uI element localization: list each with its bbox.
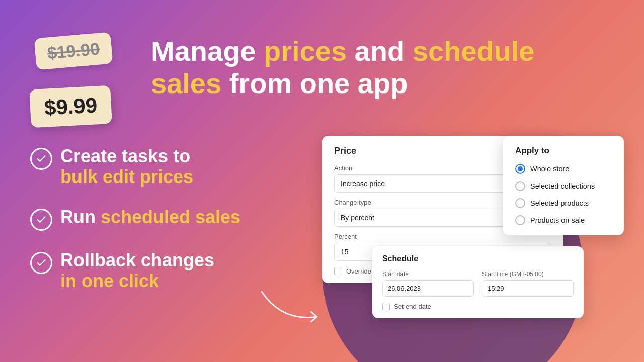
check-icon-3 <box>30 252 52 274</box>
radio-label-whole-store: Whole store <box>530 165 569 173</box>
schedule-card: Schedule Start date Start time (GMT-05:0… <box>372 246 584 318</box>
feature-item-3: Rollback changesin one click <box>30 250 240 292</box>
apply-to-card: Apply to Whole store Selected collection… <box>503 136 624 235</box>
schedule-card-title: Schedule <box>382 254 574 263</box>
start-date-field: Start date <box>382 270 474 297</box>
radio-selected-collections[interactable]: Selected collections <box>515 181 612 191</box>
feature-text-2: Run scheduled sales <box>60 207 240 227</box>
ui-cards-container: Price Action Change type Percent Overrid… <box>322 136 624 283</box>
schedule-date-time-row: Start date Start time (GMT-05:00) <box>382 270 574 297</box>
override-checkbox[interactable] <box>334 267 342 275</box>
headline-text: Manage prices and schedule sales from on… <box>151 35 594 100</box>
end-date-checkbox[interactable] <box>382 303 390 310</box>
check-icon-1 <box>30 148 52 170</box>
radio-circle-selected-collections <box>515 181 525 191</box>
radio-label-selected-collections: Selected collections <box>530 182 595 190</box>
headline-accent-prices: prices <box>264 35 347 67</box>
feature-item-2: Run scheduled sales <box>30 207 240 231</box>
start-date-input[interactable] <box>382 280 474 297</box>
radio-products-on-sale[interactable]: Products on sale <box>515 215 612 225</box>
radio-label-selected-products: Selected products <box>530 199 589 207</box>
radio-label-products-on-sale: Products on sale <box>530 216 585 224</box>
feature-item-1: Create tasks tobulk edit prices <box>30 146 240 188</box>
headline-accent-schedule: schedule <box>413 35 535 67</box>
radio-whole-store[interactable]: Whole store <box>515 164 612 174</box>
headline-accent-sales: sales <box>151 67 221 99</box>
old-price-tag: $19.90 <box>34 32 113 70</box>
apply-to-title: Apply to <box>515 146 612 156</box>
new-price-tag: $9.99 <box>29 85 112 128</box>
set-end-date-row: Set end date <box>382 303 574 310</box>
background: $19.90 $9.99 Manage prices and schedule … <box>0 0 644 362</box>
new-price-value: $9.99 <box>44 93 98 119</box>
radio-circle-selected-products <box>515 198 525 208</box>
check-icon-2 <box>30 209 52 231</box>
start-date-label: Start date <box>382 270 474 278</box>
start-time-field: Start time (GMT-05:00) <box>482 270 574 297</box>
radio-circle-products-on-sale <box>515 215 525 225</box>
end-date-label: Set end date <box>394 303 431 310</box>
old-price-value: $19.90 <box>46 39 100 63</box>
start-time-label: Start time (GMT-05:00) <box>482 270 574 278</box>
radio-selected-products[interactable]: Selected products <box>515 198 612 208</box>
radio-circle-whole-store <box>515 164 525 174</box>
price-tags: $19.90 $9.99 <box>30 35 141 126</box>
start-time-input[interactable] <box>482 280 574 297</box>
features-list: Create tasks tobulk edit prices Run sche… <box>30 146 240 311</box>
feature-text-1: Create tasks tobulk edit prices <box>60 146 193 188</box>
headline: Manage prices and schedule sales from on… <box>151 35 594 100</box>
feature-text-3: Rollback changesin one click <box>60 250 214 292</box>
arrow-curve <box>252 282 332 332</box>
